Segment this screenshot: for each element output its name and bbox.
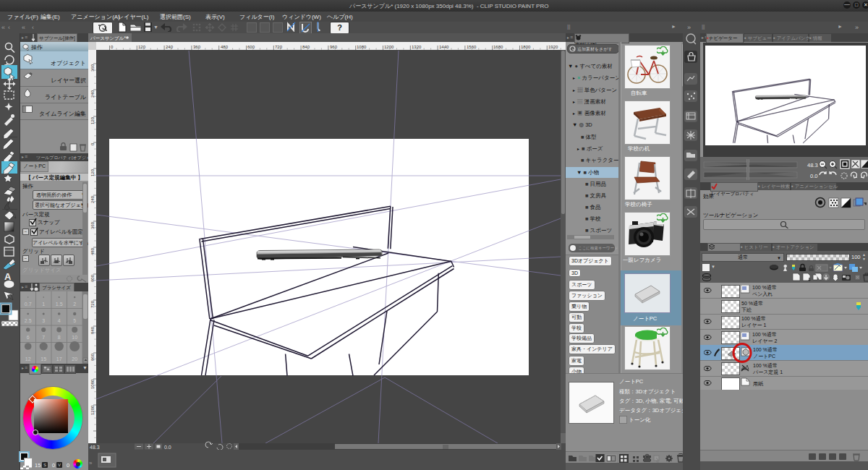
svg-text:1320: 1320 [412, 45, 422, 49]
svg-text:3: 3 [42, 318, 45, 323]
svg-text:20: 20 [72, 356, 77, 362]
svg-text:0.0: 0.0 [164, 445, 171, 450]
svg-text:120: 120 [90, 116, 95, 124]
svg-text:»: » [89, 460, 93, 466]
svg-text:12: 12 [25, 356, 31, 362]
svg-text:1920: 1920 [548, 45, 558, 49]
svg-text:48.3: 48.3 [90, 445, 100, 450]
svg-text:600: 600 [247, 45, 255, 49]
svg-text:480: 480 [90, 247, 95, 255]
svg-text:840: 840 [90, 326, 95, 334]
svg-text:0.7: 0.7 [25, 302, 32, 307]
svg-text:48.3: 48.3 [807, 162, 818, 168]
svg-text:240: 240 [90, 195, 95, 203]
svg-text:1200: 1200 [90, 405, 95, 415]
svg-text:0.0: 0.0 [810, 173, 817, 179]
svg-text:960: 960 [90, 353, 95, 361]
svg-text:2.5: 2.5 [25, 318, 32, 323]
svg-text:240: 240 [90, 90, 95, 98]
svg-text:120: 120 [90, 168, 95, 176]
svg-text:1800: 1800 [521, 45, 531, 49]
svg-text:840: 840 [302, 45, 310, 49]
svg-text:2: 2 [73, 302, 76, 307]
svg-text:パースサンプル*: パースサンプル* [90, 35, 126, 41]
svg-text:1560: 1560 [467, 45, 477, 49]
svg-text:6: 6 [27, 335, 30, 340]
svg-text:360: 360 [90, 64, 95, 72]
svg-text:480: 480 [221, 45, 229, 49]
svg-text:600: 600 [90, 274, 95, 282]
svg-text:960: 960 [330, 45, 338, 49]
svg-text:15: 15 [41, 356, 46, 362]
svg-text:360: 360 [90, 221, 95, 229]
svg-text:10: 10 [72, 335, 77, 340]
svg-text:120: 120 [138, 45, 146, 49]
svg-text:720: 720 [275, 45, 283, 49]
svg-text:1680: 1680 [493, 45, 503, 49]
svg-text:1200: 1200 [384, 45, 394, 49]
svg-text:360: 360 [193, 45, 201, 49]
svg-text:7: 7 [42, 335, 45, 340]
svg-text:1.5: 1.5 [56, 302, 63, 307]
svg-text:1440: 1440 [439, 45, 449, 49]
svg-text:240: 240 [166, 45, 174, 49]
svg-text:1080: 1080 [357, 45, 367, 49]
svg-text:17: 17 [56, 356, 62, 362]
svg-text:4: 4 [58, 318, 61, 323]
svg-text:1: 1 [42, 302, 45, 307]
svg-text:8: 8 [58, 335, 61, 340]
svg-text:1080: 1080 [90, 379, 95, 389]
svg-text:720: 720 [90, 300, 95, 308]
svg-text:5: 5 [73, 318, 76, 323]
